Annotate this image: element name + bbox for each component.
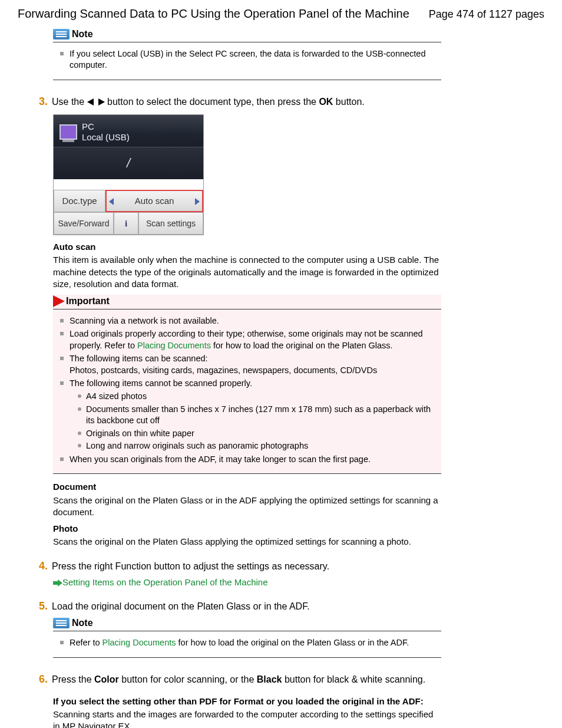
- page-number: Page 474 of 1127 pages: [429, 7, 544, 21]
- ss-row-bottom: Save/Forward i Scan settings: [54, 212, 203, 235]
- ss-pc-text: PC Local (USB): [82, 121, 130, 143]
- step-body: Load the original document on the Platen…: [52, 600, 441, 613]
- imp4-3: Originals on thin white paper: [86, 428, 441, 440]
- imp3-a: The following items can be scanned:: [70, 354, 208, 363]
- setting-items-link[interactable]: Setting Items on the Operation Panel of …: [62, 577, 268, 587]
- note2-post: for how to load the original on the Plat…: [176, 638, 409, 647]
- step-5: 5. Load the original document on the Pla…: [39, 599, 544, 613]
- placing-documents-link-2[interactable]: Placing Documents: [103, 638, 176, 647]
- note-body: Refer to Placing Documents for how to lo…: [53, 631, 441, 658]
- important-item-4: The following items cannot be scanned pr…: [70, 378, 441, 452]
- step-3: 3. Use the button to select the document…: [39, 94, 544, 108]
- black-label: Black: [257, 674, 282, 684]
- step-body: Press the right Function button to adjus…: [52, 560, 441, 573]
- note-box-1: Note If you select Local (USB) in the Se…: [53, 28, 441, 80]
- note-icon: [53, 29, 70, 39]
- autoscan-heading: Auto scan: [53, 241, 544, 253]
- imp3-b: Photos, postcards, visiting cards, magaz…: [70, 365, 377, 375]
- important-body: Scanning via a network is not available.…: [53, 309, 441, 475]
- important-item-2: Load originals properly according to the…: [70, 328, 441, 351]
- step3-mid: button to select the document type, then…: [107, 97, 319, 107]
- important-item-5: When you scan originals from the ADF, it…: [70, 454, 441, 466]
- green-arrow-icon: [53, 579, 61, 587]
- important-item-1: Scanning via a network is not available.: [70, 315, 441, 327]
- ss-local: Local (USB): [82, 132, 130, 143]
- step6-post: button for black & white scanning.: [282, 674, 425, 684]
- step-6: 6. Press the Color button for color scan…: [39, 672, 544, 686]
- note-icon: [53, 618, 70, 628]
- step6-mid: button for color scanning, or the: [119, 674, 257, 684]
- important-header: Important: [53, 295, 441, 309]
- step-number: 3.: [39, 94, 52, 108]
- page-title: Forwarding Scanned Data to PC Using the …: [18, 6, 409, 22]
- note-header: Note: [53, 617, 441, 631]
- important-box: Important Scanning via a network is not …: [53, 295, 441, 474]
- note-box-2: Note Refer to Placing Documents for how …: [53, 617, 441, 657]
- ok-label: OK: [319, 97, 333, 107]
- left-right-arrow-icon: [87, 98, 105, 106]
- placing-documents-link[interactable]: Placing Documents: [137, 341, 211, 350]
- pc-icon: [59, 124, 77, 140]
- ss-doctype: Doc.type: [54, 190, 105, 212]
- ss-row-doctype: Doc.type Auto scan: [54, 190, 203, 212]
- step-body: Use the button to select the document ty…: [52, 95, 441, 108]
- step6-pre: Press the: [52, 674, 94, 684]
- page-header: Forwarding Scanned Data to PC Using the …: [18, 6, 544, 22]
- note-header: Note: [53, 28, 441, 42]
- note2-pre: Refer to: [70, 638, 103, 647]
- left-triangle-icon: [109, 198, 114, 205]
- ss-slash: /: [127, 154, 130, 172]
- imp2-post: for how to load the original on the Plat…: [211, 341, 393, 350]
- ss-gap: [54, 179, 203, 190]
- note-heading: Note: [72, 617, 93, 630]
- step-4: 4. Press the right Function button to ad…: [39, 559, 544, 573]
- document-text: Scans the original on the Platen Glass o…: [53, 495, 441, 519]
- device-screenshot: PC Local (USB) / Doc.type Auto scan Save…: [53, 114, 204, 235]
- ss-autoscan-label: Auto scan: [135, 195, 174, 207]
- imp4-4: Long and narrow originals such as panora…: [86, 440, 441, 452]
- imp4-1: A4 sized photos: [86, 391, 441, 403]
- imp4-2: Documents smaller than 5 inches x 7 inch…: [86, 404, 441, 427]
- step-number: 5.: [39, 599, 52, 613]
- note-heading: Note: [72, 28, 93, 41]
- ss-pc: PC: [82, 121, 130, 132]
- important-heading: Important: [66, 295, 110, 308]
- color-label: Color: [94, 674, 119, 684]
- step-number: 6.: [39, 672, 52, 686]
- step4-link-line: Setting Items on the Operation Panel of …: [53, 577, 544, 588]
- important-item-3: The following items can be scanned: Phot…: [70, 353, 441, 376]
- ss-autoscan: Auto scan: [105, 190, 203, 212]
- ss-save: Save/Forward: [54, 212, 114, 235]
- imp4-head: The following items cannot be scanned pr…: [70, 378, 252, 388]
- info-icon: i: [114, 212, 138, 235]
- note2-item: Refer to Placing Documents for how to lo…: [70, 637, 441, 649]
- note1-item: If you select Local (USB) in the Select …: [70, 48, 441, 71]
- ss-scan-settings: Scan settings: [138, 212, 203, 235]
- important-icon: [53, 295, 65, 307]
- pdf1-heading: If you select the setting other than PDF…: [53, 696, 544, 707]
- ss-mid: /: [54, 147, 203, 179]
- step-body: Press the Color button for color scannin…: [52, 673, 441, 686]
- note-body: If you select Local (USB) in the Select …: [53, 42, 441, 80]
- right-triangle-icon: [195, 198, 200, 205]
- photo-heading: Photo: [53, 523, 544, 535]
- step3-post: button.: [336, 97, 365, 107]
- step-number: 4.: [39, 559, 52, 573]
- autoscan-text: This item is available only when the mac…: [53, 254, 441, 290]
- ss-top: PC Local (USB): [54, 115, 203, 147]
- step3-pre: Use the: [52, 97, 87, 107]
- pdf1-text: Scanning starts and the images are forwa…: [53, 709, 441, 728]
- photo-text: Scans the original on the Platen Glass a…: [53, 536, 441, 548]
- document-heading: Document: [53, 481, 544, 493]
